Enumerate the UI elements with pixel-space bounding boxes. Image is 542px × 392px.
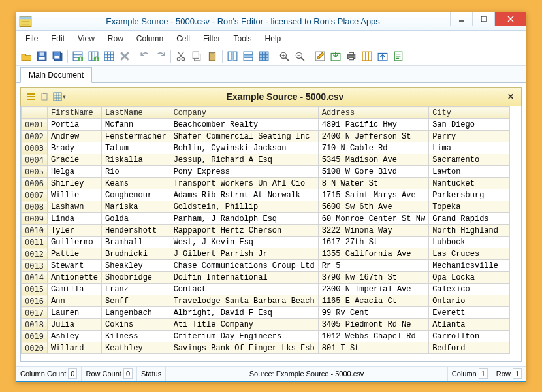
delete-icon[interactable] [118,49,132,63]
cell[interactable]: Andrew [48,131,102,142]
table-row[interactable]: 0008LashawnMariskaGoldstein, Phillip5600… [22,201,510,213]
table-row[interactable]: 0005HelgaRioPony Express5108 W Gore Blvd… [22,166,510,178]
menu-help[interactable]: Help [259,32,288,45]
tab-main-document[interactable]: Main Document [20,67,92,83]
cell[interactable]: Sheakley [102,260,170,272]
cell[interactable]: Sacramento [429,154,510,166]
cell[interactable]: Transport Workers Un Afl Cio [170,178,318,189]
row-number[interactable]: 0006 [22,178,48,189]
cell[interactable]: Ashley [48,331,102,342]
cell[interactable]: Opa Locka [429,272,510,284]
cell[interactable]: Shoobridge [102,272,170,284]
cell[interactable]: Savings Bank Of Finger Lks Fsb [170,342,318,354]
table-row[interactable]: 0007WillieCoughenourAdams Rib Rstrnt At … [22,189,510,201]
table-row[interactable]: 0006ShirleyKeamsTransport Workers Un Afl… [22,178,510,189]
save-all-icon[interactable] [50,49,65,63]
row-number[interactable]: 0009 [22,213,48,225]
row-number[interactable]: 0002 [22,131,48,142]
cell[interactable]: Mechanicsville [429,260,510,272]
cell[interactable]: Criterium Day Engineers [170,331,318,342]
doc-grid-icon[interactable] [51,90,64,103]
cell[interactable]: Bedford [429,342,510,354]
maximize-button[interactable] [472,12,494,26]
doc-clipboard-icon[interactable] [38,90,51,103]
cell[interactable]: 3405 Piedmont Rd Ne [318,319,428,331]
cell[interactable]: Perry [429,131,510,142]
cell[interactable]: Lauren [48,307,102,319]
redo-icon[interactable] [153,49,168,63]
table-row[interactable]: 0013StewartSheakleyChase Communications … [22,260,510,272]
cell[interactable]: Bramhall [102,237,170,248]
cell[interactable]: 1617 27th St [318,237,428,248]
cell[interactable]: Mariska [102,201,170,213]
minimize-button[interactable] [450,12,472,26]
cell[interactable]: Tatum [102,142,170,154]
cell[interactable]: Lawton [429,166,510,178]
row-number[interactable]: 0003 [22,142,48,154]
script-icon[interactable] [391,49,406,63]
cell[interactable]: 2400 N Jefferson St [318,131,428,142]
menu-file[interactable]: File [19,32,44,45]
cell[interactable]: Langenbach [102,307,170,319]
menu-view[interactable]: View [71,32,101,45]
menu-edit[interactable]: Edit [44,32,71,45]
undo-icon[interactable] [138,49,152,63]
column-header-company[interactable]: Company [170,107,318,119]
zoom-in-icon[interactable] [277,49,291,63]
cell[interactable]: Topeka [429,201,510,213]
column-header-city[interactable]: City [429,107,510,119]
column-header-address[interactable]: Address [318,107,428,119]
table-row[interactable]: 0001PortiaMcfannBeachcomber Realty4891 P… [22,119,510,131]
cell[interactable]: Riskalla [102,154,170,166]
cell[interactable]: Parham, J Randolph Esq [170,213,318,225]
open-file-icon[interactable] [19,49,33,63]
cut-icon[interactable] [174,49,188,63]
row-number[interactable]: 0007 [22,189,48,201]
columns-icon[interactable] [360,49,374,63]
cell[interactable]: Rappaport Hertz Cherson [170,225,318,237]
copy-icon[interactable] [189,49,204,63]
cell[interactable]: Cokins [102,319,170,331]
save-icon[interactable] [35,49,49,63]
cell[interactable]: Rr 5 [318,260,428,272]
menu-row[interactable]: Row [101,32,130,45]
cell[interactable]: Ontario [429,295,510,307]
zoom-out-icon[interactable] [293,49,307,63]
cell[interactable]: Chase Communications Group Ltd [170,260,318,272]
cell[interactable]: Keathley [102,342,170,354]
cell[interactable]: Fenstermacher [102,131,170,142]
cell[interactable]: Pony Express [170,166,318,178]
cell[interactable]: Goldstein, Phillip [170,201,318,213]
cell[interactable]: Carrollton [429,331,510,342]
cell[interactable]: Senff [102,295,170,307]
row-number[interactable]: 0004 [22,154,48,166]
cell[interactable]: Albright, David F Esq [170,307,318,319]
table-row[interactable]: 0017LaurenLangenbachAlbright, David F Es… [22,307,510,319]
cell[interactable]: 801 T St [318,342,428,354]
cell[interactable]: Beachcomber Realty [170,119,318,131]
select-grid-icon[interactable] [257,49,271,63]
cell[interactable]: Shirley [48,178,102,189]
table-row[interactable]: 0004GracieRiskallaJessup, Richard A Esq5… [22,154,510,166]
row-number[interactable]: 0014 [22,272,48,284]
edit-cell-icon[interactable] [313,49,327,63]
table-row[interactable]: 0016AnnSenffTravelodge Santa Barbara Bea… [22,295,510,307]
table-row[interactable]: 0015CamillaFranzContact2300 N Imperial A… [22,284,510,295]
row-number[interactable]: 0019 [22,331,48,342]
cell[interactable]: Linda [48,213,102,225]
row-number[interactable]: 0011 [22,237,48,248]
menu-cell[interactable]: Cell [170,32,197,45]
cell[interactable]: Las Cruces [429,248,510,260]
cell[interactable]: San Diego [429,119,510,131]
cell[interactable]: Portia [48,119,102,131]
cell[interactable]: Brudnicki [102,248,170,260]
grid-corner[interactable] [22,107,48,119]
print-icon[interactable] [344,49,359,63]
grid-config-icon[interactable] [102,49,116,63]
cell[interactable]: Gracie [48,154,102,166]
cell[interactable]: West, J Kevin Esq [170,237,318,248]
cell[interactable]: Lima [429,142,510,154]
cell[interactable]: Pattie [48,248,102,260]
table-row[interactable]: 0002AndrewFenstermacherShafer Commercial… [22,131,510,142]
row-number[interactable]: 0017 [22,307,48,319]
